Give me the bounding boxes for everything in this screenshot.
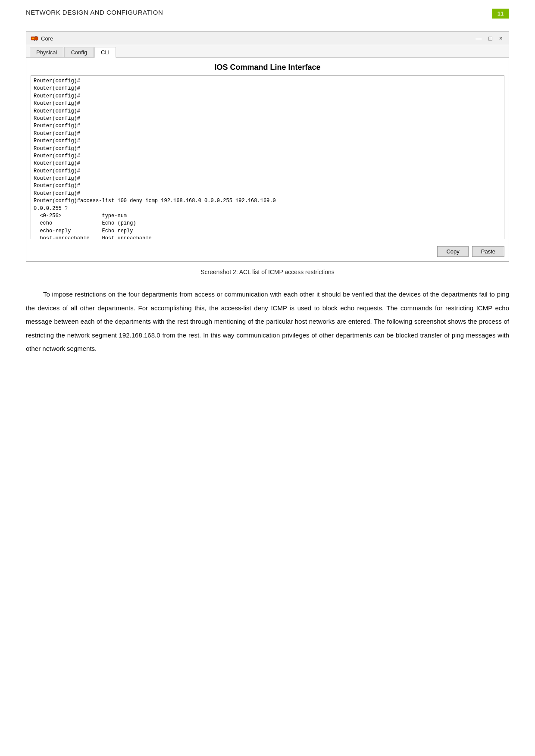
maximize-button[interactable]: □ [487, 35, 494, 41]
window-controls: — □ × [474, 35, 504, 41]
tab-config[interactable]: Config [64, 47, 94, 57]
tab-cli[interactable]: CLI [94, 47, 116, 58]
window-title-left: Core [31, 34, 53, 42]
page-header: NETWORK DESIGN AND CONFIGURATION 11 [26, 9, 509, 19]
copy-button[interactable]: Copy [437, 246, 468, 257]
cli-button-bar: Copy Paste [26, 244, 509, 261]
screenshot-caption: Screenshot 2: ACL list of ICMP access re… [26, 269, 509, 275]
minimize-button[interactable]: — [474, 35, 483, 41]
router-icon [31, 34, 38, 42]
body-paragraph: To impose restrictions on the four depar… [26, 287, 509, 356]
window-title-label: Core [41, 35, 53, 42]
cli-header: IOS Command Line Interface [26, 58, 509, 75]
tab-physical[interactable]: Physical [30, 47, 63, 57]
close-button[interactable]: × [497, 35, 504, 41]
paste-button[interactable]: Paste [472, 246, 504, 257]
cli-terminal[interactable]: Router(config)# Router(config)# Router(c… [31, 75, 504, 239]
page-title: NETWORK DESIGN AND CONFIGURATION [26, 9, 163, 16]
window-tabs: Physical Config CLI [26, 45, 509, 58]
router-window: Core — □ × Physical Config CLI IOS Comma… [26, 31, 509, 262]
svg-point-2 [33, 38, 34, 39]
window-titlebar: Core — □ × [26, 32, 509, 45]
svg-point-1 [32, 38, 33, 39]
page-number: 11 [492, 9, 509, 19]
